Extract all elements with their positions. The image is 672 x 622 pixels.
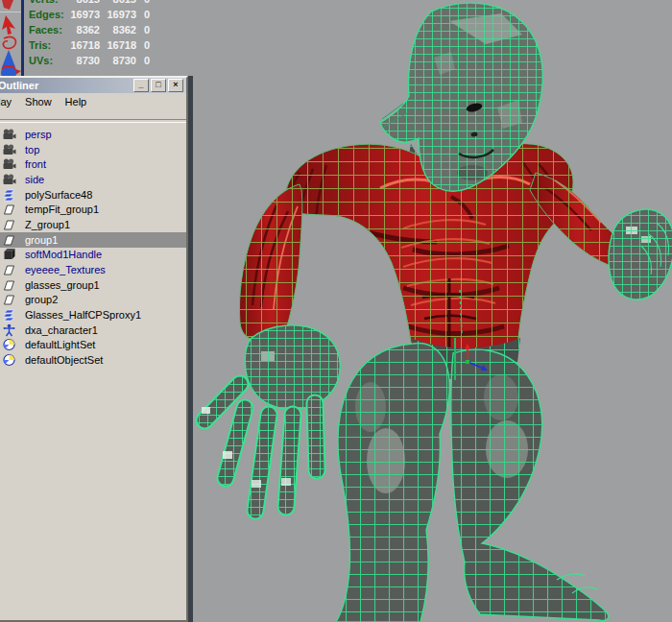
outliner-item-label: group1 — [25, 234, 58, 246]
panel-divider[interactable] — [188, 76, 193, 622]
outliner-item-label: Z_group1 — [25, 219, 70, 230]
outliner-list: persptopfrontsidepolySurface48tempFit_gr… — [0, 127, 186, 368]
transform-group-icon — [2, 263, 16, 276]
menu-display[interactable]: Display — [0, 95, 15, 108]
outliner-item-dxa_character1[interactable]: dxa_character1 — [0, 323, 186, 338]
outliner-menubar: DisplayShowHelp — [0, 93, 186, 109]
outliner-item-label: defaultObjectSet — [25, 354, 103, 366]
outliner-item-Z_group1[interactable]: Z_group1 — [0, 217, 186, 232]
outliner-window: Outliner _□× DisplayShowHelp persptopfro… — [0, 76, 188, 622]
outliner-item-label: Glasses_HalfCPSproxy1 — [25, 309, 141, 321]
hud-value-component: 0 — [136, 22, 150, 37]
hud-row: Verts:861586150 — [29, 0, 150, 7]
hud-value-component: 0 — [136, 0, 150, 7]
hud-value-component: 0 — [136, 7, 150, 22]
hud-value-selected: 8362 — [100, 22, 136, 37]
poly-count-hud: Verts:861586150Edges:16973169730Faces:83… — [29, 0, 150, 68]
transform-group-icon — [2, 278, 16, 292]
softmod-handle-icon — [2, 248, 16, 261]
camera-icon — [2, 128, 16, 141]
outliner-titlebar[interactable]: Outliner _□× — [0, 78, 186, 93]
select-arrow-icon[interactable] — [2, 15, 15, 35]
partial-tool-icon[interactable] — [2, 0, 13, 10]
close-icon: × — [173, 80, 178, 89]
outliner-title: Outliner — [0, 80, 38, 91]
camera-icon — [2, 173, 16, 186]
hud-value-total: 8730 — [67, 53, 100, 68]
hud-row: Tris:16718167180 — [29, 37, 150, 53]
set-icon — [2, 338, 16, 351]
menu-help[interactable]: Help — [61, 95, 91, 108]
character-model[interactable] — [202, 3, 672, 622]
character-icon — [2, 323, 16, 337]
outliner-item-label: top — [25, 144, 39, 156]
outliner-item-group2[interactable]: group2 — [0, 293, 186, 308]
maximize-button[interactable]: □ — [151, 79, 166, 92]
transform-group-icon — [2, 233, 16, 247]
outliner-item-persp[interactable]: persp — [0, 127, 186, 142]
window-buttons: _□× — [133, 79, 183, 92]
outliner-item-eyeeee_Textures[interactable]: eyeeee_Textures — [0, 262, 186, 277]
camera-icon — [2, 157, 16, 171]
hud-value-total: 8615 — [67, 0, 100, 7]
outliner-item-label: persp — [25, 129, 52, 140]
hud-row: UVs:873087300 — [29, 53, 150, 68]
transform-group-icon — [2, 203, 16, 216]
lasso-icon[interactable] — [3, 36, 15, 48]
poly-mesh-icon — [2, 308, 16, 322]
outliner-item-defaultLightSet[interactable]: defaultLightSet — [0, 338, 186, 353]
minimize-icon: _ — [138, 80, 143, 89]
outliner-item-label: tempFit_group1 — [25, 203, 99, 215]
hud-value-total: 16973 — [67, 7, 100, 22]
hud-label: UVs: — [29, 53, 67, 68]
hud-value-selected: 8730 — [100, 53, 136, 68]
outliner-item-label: polySurface48 — [25, 189, 92, 201]
outliner-item-label: dxa_character1 — [25, 324, 98, 336]
poly-mesh-icon — [2, 188, 16, 202]
hud-value-selected: 16973 — [100, 7, 136, 22]
hud-label: Tris: — [29, 37, 67, 53]
camera-icon — [2, 143, 16, 156]
maximize-icon: □ — [156, 80, 160, 89]
close-button[interactable]: × — [168, 79, 183, 92]
hud-label: Faces: — [29, 22, 67, 37]
outliner-item-label: softMod1Handle — [25, 249, 102, 260]
outliner-item-label: group2 — [25, 294, 58, 305]
transform-group-icon — [2, 293, 16, 306]
outliner-item-polySurface48[interactable]: polySurface48 — [0, 187, 186, 203]
hud-row: Faces:836283620 — [29, 22, 150, 37]
minimize-button[interactable]: _ — [133, 79, 149, 92]
hud-row: Edges:16973169730 — [29, 7, 150, 22]
hud-value-selected: 8615 — [100, 0, 136, 7]
hud-value-total: 16718 — [67, 37, 100, 53]
transform-group-icon — [2, 218, 16, 231]
outliner-item-group1[interactable]: group1 — [0, 232, 186, 248]
hud-label: Verts: — [29, 0, 67, 7]
hud-value-component: 0 — [136, 53, 150, 68]
hud-value-selected: 16718 — [100, 37, 136, 53]
outliner-item-front[interactable]: front — [0, 156, 186, 172]
outliner-item-label: defaultLightSet — [25, 339, 95, 350]
outliner-item-label: glasses_group1 — [25, 279, 100, 291]
outliner-item-label: eyeeee_Textures — [25, 264, 106, 275]
hud-value-total: 8362 — [67, 22, 100, 37]
hud-value-component: 0 — [136, 37, 150, 53]
toolbox-strip — [0, 0, 24, 79]
outliner-item-top[interactable]: top — [0, 142, 186, 157]
hud-label: Edges: — [29, 7, 67, 22]
outliner-item-glasses_group1[interactable]: glasses_group1 — [0, 277, 186, 293]
outliner-item-side[interactable]: side — [0, 172, 186, 187]
outliner-item-tempFit_group1[interactable]: tempFit_group1 — [0, 202, 186, 217]
outliner-item-Glasses_HalfCPSproxy1[interactable]: Glasses_HalfCPSproxy1 — [0, 307, 186, 323]
list-divider — [0, 119, 186, 123]
menu-show[interactable]: Show — [21, 95, 56, 108]
set-icon — [2, 353, 16, 367]
outliner-item-label: side — [25, 174, 44, 185]
outliner-item-label: front — [25, 158, 46, 170]
outliner-item-softMod1Handle[interactable]: softMod1Handle — [0, 248, 186, 263]
outliner-item-defaultObjectSet[interactable]: defaultObjectSet — [0, 352, 186, 368]
maya-main-window: Verts:861586150Edges:16973169730Faces:83… — [0, 0, 672, 622]
